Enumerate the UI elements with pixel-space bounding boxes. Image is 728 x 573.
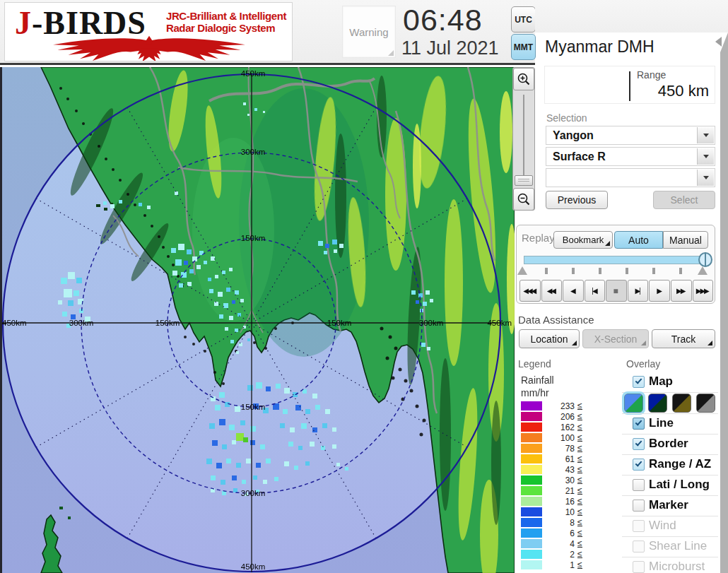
timeline-tick	[572, 268, 575, 274]
legend-swatch	[521, 465, 542, 474]
legend-row: 100≤	[521, 432, 592, 443]
legend-unit: mm/hr	[521, 387, 549, 398]
track-button[interactable]: Track	[652, 329, 715, 348]
toolbar-area: ?	[535, 0, 728, 33]
range-panel: Range 450 km	[544, 66, 715, 104]
radar-map-canvas: 450km 300km 150km 150km 300km 450km 450k…	[0, 67, 515, 573]
lati-long-checkbox[interactable]	[633, 479, 645, 491]
forward-full-button[interactable]: ▶▶▶	[693, 280, 714, 302]
timeline-start-marker[interactable]	[517, 266, 527, 275]
replay-panel: Replay Bookmark Auto Manual ◀◀◀ ◀◀ ◀ |◀ …	[516, 225, 715, 304]
product-dropdown[interactable]: Surface R	[546, 147, 715, 166]
eagle-icon	[9, 34, 289, 61]
overlay-label: Overlay	[626, 358, 660, 370]
stop-button[interactable]: ■	[606, 280, 627, 302]
mmt-button[interactable]: MMT	[511, 34, 536, 60]
right-rail[interactable]	[720, 52, 728, 573]
check-icon	[635, 418, 642, 425]
overlay-item-border: Border	[625, 435, 718, 454]
menu-corner-icon	[708, 341, 712, 345]
product-dropdown-value: Surface R	[553, 150, 606, 163]
clock-date: 11 Jul 2021	[401, 37, 499, 59]
play-button[interactable]: ▶	[649, 280, 670, 302]
legend-swatch	[521, 412, 542, 421]
map-zoom-control	[512, 67, 535, 211]
chevron-down-icon[interactable]	[697, 148, 714, 165]
ring-label: 450km	[2, 319, 27, 327]
zoom-in-button[interactable]	[513, 68, 534, 90]
station-dropdown[interactable]: Yangon	[546, 126, 715, 145]
legend-swatch	[521, 539, 542, 548]
ring-label: 150km	[155, 319, 180, 327]
overlay-item-microburst: Microburst	[625, 558, 718, 573]
bookmark-button[interactable]: Bookmark	[553, 231, 613, 249]
zoom-out-button[interactable]	[513, 188, 534, 211]
select-button[interactable]: Select	[653, 191, 715, 209]
auto-button[interactable]: Auto	[614, 231, 663, 249]
ring-label: 450km	[487, 319, 512, 327]
shear-line-checkbox[interactable]	[633, 540, 645, 553]
ring-label: 150km	[327, 319, 352, 327]
legend-swatch	[521, 486, 542, 495]
timeline-tick	[652, 268, 655, 274]
map-style-dark-blue[interactable]	[648, 394, 667, 413]
timeline-end-marker[interactable]	[698, 266, 708, 275]
map-style-picker	[624, 394, 715, 413]
rewind-fast-button[interactable]: ◀◀	[541, 280, 563, 302]
legend-swatch	[521, 528, 542, 538]
manual-button[interactable]: Manual	[663, 231, 708, 249]
legend-row: 10≤	[521, 507, 592, 517]
range-az-checkbox[interactable]	[633, 459, 645, 471]
selection-label: Selection	[546, 112, 587, 124]
map-style-gray[interactable]	[696, 394, 715, 413]
replay-timeline-handle[interactable]	[698, 252, 712, 267]
overlay-item-shear-line: Shear Line	[625, 538, 718, 556]
border-checkbox[interactable]	[633, 438, 645, 450]
map-style-terrain[interactable]	[624, 394, 643, 413]
legend-row: 78≤	[521, 443, 592, 454]
map-checkbox[interactable]	[633, 376, 645, 388]
legend-row: 6≤	[521, 528, 592, 538]
timeline-tick	[599, 268, 601, 274]
resize-grip-icon[interactable]	[388, 50, 394, 56]
legend-swatch	[521, 550, 542, 559]
xsection-button[interactable]: X-Section	[582, 329, 649, 348]
overlay-item-map: Map	[625, 373, 718, 391]
utc-button[interactable]: UTC	[511, 6, 536, 33]
line-checkbox[interactable]	[633, 418, 645, 430]
step-forward-button[interactable]: ▶|	[628, 280, 649, 302]
replay-label: Replay	[522, 232, 555, 244]
legend-swatch	[521, 423, 542, 432]
ring-label: 300km	[241, 148, 266, 156]
chevron-down-icon[interactable]	[697, 170, 714, 186]
wind-checkbox[interactable]	[633, 520, 645, 532]
forward-fast-button[interactable]: ▶▶	[671, 280, 692, 302]
ring-label: 150km	[241, 403, 266, 411]
legend-row: 43≤	[521, 464, 592, 475]
legend-swatch	[521, 497, 542, 506]
overlay-item-range-az: Range / AZ	[625, 456, 718, 474]
previous-button[interactable]: Previous	[546, 191, 608, 209]
zoom-slider-track[interactable]	[523, 95, 524, 185]
legend-row: 233≤	[521, 401, 592, 411]
step-back-button[interactable]: |◀	[585, 280, 606, 302]
replay-timeline-track[interactable]	[524, 256, 705, 264]
zoom-slider-handle[interactable]	[515, 175, 533, 186]
legend-row: 8≤	[521, 517, 592, 528]
location-button[interactable]: Location	[519, 329, 580, 348]
ring-label: 450km	[241, 562, 266, 571]
rewind-full-button[interactable]: ◀◀◀	[519, 280, 541, 302]
legend-swatch	[521, 560, 542, 569]
option-dropdown[interactable]	[546, 168, 715, 187]
marker-checkbox[interactable]	[633, 500, 645, 512]
radar-map[interactable]: 450km 300km 150km 150km 300km 450km 450k…	[0, 67, 515, 573]
legend-row: 2≤	[521, 549, 592, 560]
warning-label: Warning	[349, 26, 388, 38]
chevron-down-icon[interactable]	[697, 127, 714, 143]
header: J-BIRDS JRC-Brilliant & Intelligent Rada…	[0, 0, 535, 65]
microburst-checkbox[interactable]	[633, 561, 645, 573]
zoom-in-icon	[517, 72, 531, 86]
map-style-olive[interactable]	[672, 394, 691, 413]
warning-panel[interactable]: Warning	[342, 6, 396, 58]
rewind-button[interactable]: ◀	[563, 280, 584, 302]
